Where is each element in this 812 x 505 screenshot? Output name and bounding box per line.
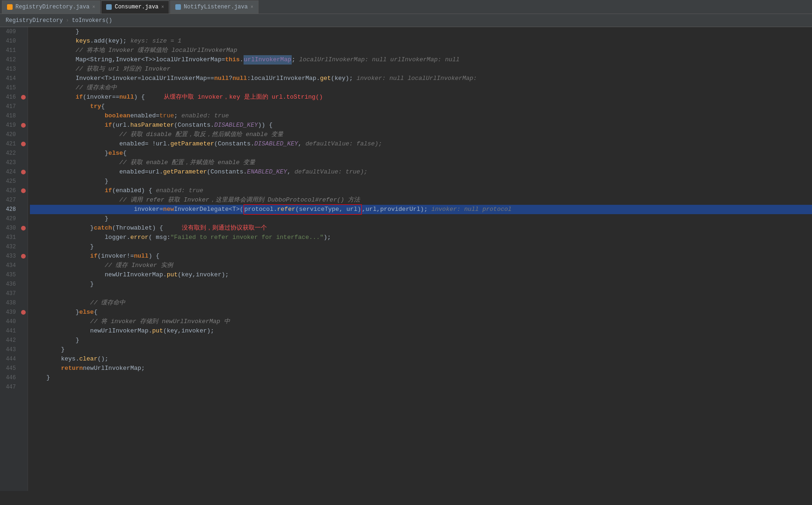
line-number: 428 (0, 206, 20, 213)
breakpoint-area[interactable] (20, 226, 27, 231)
notify-file-icon (175, 4, 181, 10)
code-line: invoker = new InvokerDelegate<T>(protoco… (30, 205, 812, 214)
breakpoint-dot (21, 254, 26, 259)
gutter-row: 434 (0, 261, 28, 270)
gutter-row: 446 (0, 373, 28, 382)
line-number: 447 (0, 384, 20, 390)
code-line: } else { (30, 149, 812, 158)
gutter-row: 414 (0, 74, 28, 83)
code-line: boolean enabled = true;enabled: true (30, 111, 812, 121)
gutter: 4094104114124134144154164174184194204214… (0, 27, 28, 491)
gutter-row: 415 (0, 83, 28, 93)
line-number: 418 (0, 113, 20, 119)
line-number: 434 (0, 262, 20, 269)
code-line: // 缓存 Invoker 实例 (30, 261, 812, 270)
breakpoint-area[interactable] (20, 310, 27, 315)
breadcrumb-part2: toInvokers() (72, 17, 112, 24)
gutter-row: 436 (0, 280, 28, 289)
line-number: 427 (0, 197, 20, 203)
code-line: } catch (Throwable t) {没有取到，则通过协议获取一个 (30, 224, 812, 233)
breakpoint-area[interactable] (20, 123, 27, 128)
line-number: 432 (0, 244, 20, 250)
line-number: 438 (0, 300, 20, 306)
breakpoint-dot (21, 95, 26, 100)
gutter-row: 424 (0, 167, 28, 177)
breakpoint-area[interactable] (20, 254, 27, 259)
gutter-row: 419 (0, 121, 28, 130)
gutter-row: 445 (0, 364, 28, 373)
code-line: } (30, 336, 812, 345)
code-line: } (30, 27, 812, 36)
breakpoint-area[interactable] (20, 188, 27, 193)
line-number: 426 (0, 188, 20, 194)
code-line: newUrlInvokerMap.put(key, invoker); (30, 326, 812, 336)
code-line: // 缓存未命中 (30, 83, 812, 93)
gutter-row: 413 (0, 65, 28, 74)
gutter-row: 441 (0, 326, 28, 336)
tab-registry-close[interactable]: × (92, 5, 95, 10)
line-number: 423 (0, 159, 20, 166)
line-number: 443 (0, 346, 20, 353)
line-number: 412 (0, 57, 20, 63)
line-number: 421 (0, 141, 20, 147)
gutter-row: 421 (0, 139, 28, 149)
code-line: newUrlInvokerMap.put(key, invoker); (30, 270, 812, 280)
tab-bar: RegistryDirectory.java × Consumer.java ×… (0, 0, 812, 14)
line-number: 422 (0, 150, 20, 157)
tab-notify[interactable]: NotifyListener.java × (170, 0, 259, 14)
line-number: 446 (0, 375, 20, 381)
gutter-row: 430 (0, 224, 28, 233)
breakpoint-dot (21, 142, 26, 146)
line-number: 414 (0, 75, 20, 82)
line-number: 433 (0, 253, 20, 260)
gutter-row: 442 (0, 336, 28, 345)
code-line: try { (30, 102, 812, 111)
line-number: 416 (0, 94, 20, 101)
tab-notify-close[interactable]: × (251, 5, 253, 10)
tab-registry[interactable]: RegistryDirectory.java × (2, 0, 100, 14)
line-number: 424 (0, 169, 20, 175)
line-number: 436 (0, 281, 20, 288)
gutter-row: 431 (0, 233, 28, 242)
breakpoint-area[interactable] (20, 95, 27, 100)
line-number: 410 (0, 38, 20, 44)
code-line: if (invoker == null) {从缓存中取 invoker，key … (30, 93, 812, 102)
code-line: // 获取 disable 配置，取反，然后赋值给 enable 变量 (30, 130, 812, 139)
gutter-row: 412 (0, 55, 28, 65)
gutter-row: 432 (0, 242, 28, 252)
breakpoint-area[interactable] (20, 170, 27, 174)
breakpoint-dot (21, 226, 26, 231)
line-number: 415 (0, 85, 20, 91)
tab-consumer[interactable]: Consumer.java × (101, 0, 169, 14)
line-number: 413 (0, 66, 20, 72)
code-line: Map<String, Invoker<T>> localUrlInvokerM… (30, 55, 812, 65)
line-number: 420 (0, 131, 20, 138)
tab-notify-label: NotifyListener.java (184, 4, 248, 10)
breakpoint-area[interactable] (20, 142, 27, 146)
gutter-row: 423 (0, 158, 28, 167)
code-line: } (30, 373, 812, 382)
code-area: 4094104114124134144154164174184194204214… (0, 27, 812, 491)
line-number: 430 (0, 225, 20, 231)
code-line: if (url.hasParameter(Constants.DISABLED_… (30, 121, 812, 130)
breadcrumb-sep1: › (65, 17, 69, 24)
code-lines: } keys.add(key);keys: size = 1 // 将本地 In… (28, 27, 812, 491)
line-number: 409 (0, 29, 20, 35)
line-number: 417 (0, 103, 20, 110)
gutter-row: 428 (0, 205, 28, 214)
code-line: keys.clear(); (30, 354, 812, 364)
tab-consumer-close[interactable]: × (161, 5, 164, 10)
breakpoint-dot (21, 170, 26, 174)
java-file-icon (7, 4, 13, 10)
code-line: enabled = !url.getParameter(Constants.DI… (30, 139, 812, 149)
line-number: 429 (0, 216, 20, 222)
code-line: if (enabled) {enabled: true (30, 186, 812, 195)
gutter-row: 438 (0, 298, 28, 308)
gutter-row: 444 (0, 354, 28, 364)
gutter-row: 420 (0, 130, 28, 139)
gutter-row: 411 (0, 46, 28, 55)
gutter-row: 409 (0, 27, 28, 36)
code-line: // 调用 refer 获取 Invoker，这里最终会调用到 DubboPro… (30, 195, 812, 205)
gutter-row: 437 (0, 289, 28, 298)
line-number: 437 (0, 290, 20, 297)
